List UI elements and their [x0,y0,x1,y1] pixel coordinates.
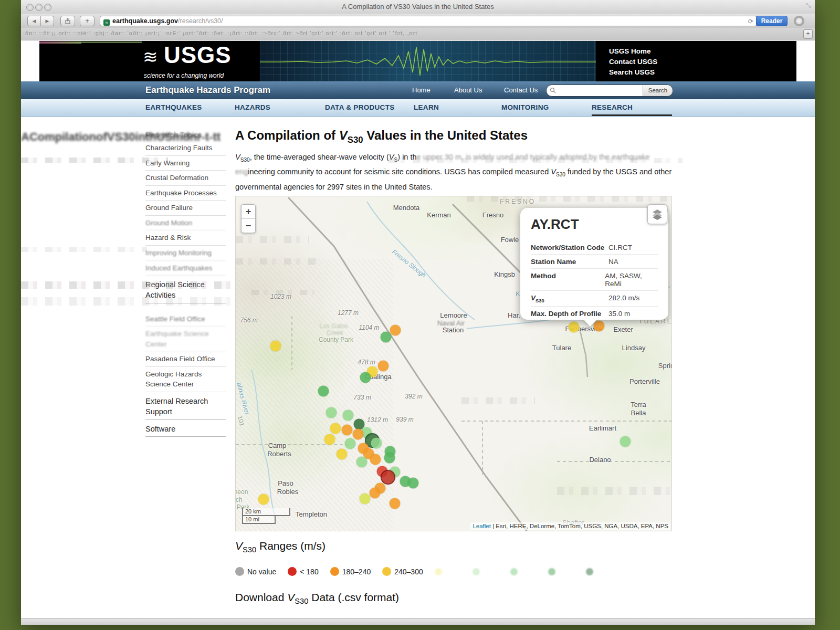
sidebar-item-earthquake-science-center[interactable]: Earthquake Science Center [145,327,226,352]
sidebar-item-ground-motion[interactable]: Ground Motion [145,216,226,231]
station-marker[interactable] [270,341,281,352]
station-marker[interactable] [378,361,389,372]
map-label-earlimart: Earlimart [589,424,616,432]
usgs-header-link[interactable]: Contact USGS [609,57,657,67]
new-tab-button[interactable]: + [80,16,94,26]
usgs-logo[interactable]: ≋ USGS science for a changing world [142,41,260,81]
program-title[interactable]: Earthquake Hazards Program [145,85,270,96]
station-marker[interactable] [371,438,382,449]
popup-row: VS30282.0 m/s [531,291,658,307]
resize-icon[interactable]: ⤡ [806,2,811,9]
scale-km: 20 km [242,508,290,516]
nav-link[interactable]: Home [412,86,430,94]
sidebar-item-characterizing-faults[interactable]: Characterizing Faults [145,141,226,156]
zoom-out-button[interactable]: − [242,219,255,233]
nav-link[interactable]: About Us [454,86,482,94]
url-field[interactable]: ≈earthquake.usgs.gov/research/vs30/ ⟳ [100,16,757,26]
sidebar-item-ground-failure[interactable]: Ground Failure [145,201,226,216]
leaflet-link[interactable]: Leaflet [472,523,491,529]
usgs-wave-icon: ≋ [143,46,158,67]
program-bar: Earthquake Hazards Program HomeAbout UsC… [21,81,815,99]
sidebar-item-hazard-risk[interactable]: Hazard & Risk [145,230,226,246]
search-input[interactable] [547,85,643,96]
station-marker[interactable] [356,457,368,468]
station-marker[interactable] [390,498,401,509]
tab-hazards[interactable]: HAZARDS [235,103,270,111]
forward-button[interactable]: ▶ [41,16,54,26]
tab-data-products[interactable]: DATA & PRODUCTS [325,103,395,111]
station-marker[interactable] [569,322,580,333]
station-marker[interactable] [381,470,395,485]
nav-link[interactable]: Contact Us [504,86,538,94]
download-heading[interactable]: Download VS30 Data (.csv format) [235,591,399,605]
sidebar-item-crustal-deformation[interactable]: Crustal Deformation [145,171,226,186]
popup-row-label: Max. Depth of Profile [531,310,608,318]
sidebar-item-geologic-hazards-science-center[interactable]: Geologic Hazards Science Center [145,367,226,392]
station-marker[interactable] [343,410,354,421]
layers-control[interactable] [647,204,667,224]
station-marker[interactable] [390,325,401,336]
tab-learn[interactable]: LEARN [414,103,439,111]
map-label-tulare: Tulare [552,344,571,352]
station-marker[interactable] [318,386,329,397]
search-button[interactable]: Search [643,85,673,96]
tab-research[interactable]: RESEARCH [592,103,633,111]
station-marker[interactable] [330,423,341,434]
back-button[interactable]: ◀ [27,16,41,26]
reload-icon[interactable]: ⟳ [748,17,753,26]
popup-row-value: CI.RCT [608,244,632,251]
station-marker[interactable] [353,429,364,440]
station-marker[interactable] [370,454,381,465]
sidebar-item-external-research-support[interactable]: External Research Support [145,392,226,420]
station-marker[interactable] [381,332,392,343]
legend-label: 240–300 [394,568,423,576]
station-marker[interactable] [620,436,631,447]
vs30-notation: VS30 [235,153,250,161]
station-marker[interactable] [360,494,371,505]
map-label-478-m: 478 m [358,359,375,366]
sidebar-item-earthquake-processes[interactable]: Earthquake Processes [145,186,226,201]
sidebar-item-improving-monitoring[interactable]: Improving Monitoring [145,246,226,261]
popup-row-label: Network/Station Code [531,244,608,251]
station-marker[interactable] [384,453,395,464]
tab-earthquakes[interactable]: EARTHQUAKES [145,103,202,111]
sidebar-item-induced-earthquakes[interactable]: Induced Earthquakes [145,261,226,276]
sidebar-item-research-topics[interactable]: Research Topics [145,128,226,141]
sidebar-item-pasadena-field-office[interactable]: Pasadena Field Office [145,352,226,367]
station-marker[interactable] [370,488,381,499]
map-label-1023-m: 1023 m [270,293,291,300]
tab-monitoring[interactable]: MONITORING [501,103,549,111]
station-marker[interactable] [258,494,269,505]
usgs-header-link[interactable]: USGS Home [609,46,657,57]
station-marker[interactable] [342,425,353,436]
zoom-in-button[interactable]: + [242,205,255,219]
add-bookmark-button[interactable]: + [803,29,813,39]
vs30-notation: VS30 [235,540,256,552]
sidebar-item-early-warning[interactable]: Early Warning [145,156,226,171]
popup-row-label: Method [531,272,605,288]
map-label-756-m: 756 m [240,317,257,324]
map-label-bella: Bella [631,409,646,417]
station-marker[interactable] [337,449,348,460]
station-marker[interactable] [324,434,335,445]
sidebar-item-software[interactable]: Software [145,420,226,437]
station-popup-tail [583,319,597,327]
station-marker[interactable] [408,478,419,489]
sidebar-item-regional-science-activities[interactable]: Regional Science Activities [145,276,226,303]
reader-button[interactable]: Reader [756,16,788,26]
sidebar-nav: Research TopicsCharacterizing FaultsEarl… [145,128,226,437]
station-marker[interactable] [326,407,337,418]
share-button[interactable] [60,16,75,26]
sidebar-item-seattle-field-office[interactable]: Seattle Field Office [145,312,226,327]
intro-paragraph: VS30, the time-averaged shear-wave veloc… [235,151,674,193]
map-label-los-gatos: Los Gatos [320,322,349,330]
map-label-templeton: Templeton [296,510,327,518]
downloads-button[interactable] [794,16,804,26]
map-label-county-park: County Park [319,336,353,343]
popup-row-value: AM, SASW, ReMi [605,272,658,288]
station-marker[interactable] [360,372,371,383]
map[interactable]: MendotaKermanFresnoFRESNOFowleKingsbFres… [235,196,672,531]
map-label-delano: Delano [589,456,611,464]
station-marker[interactable] [345,438,356,449]
usgs-header-link[interactable]: Search USGS [609,67,657,78]
